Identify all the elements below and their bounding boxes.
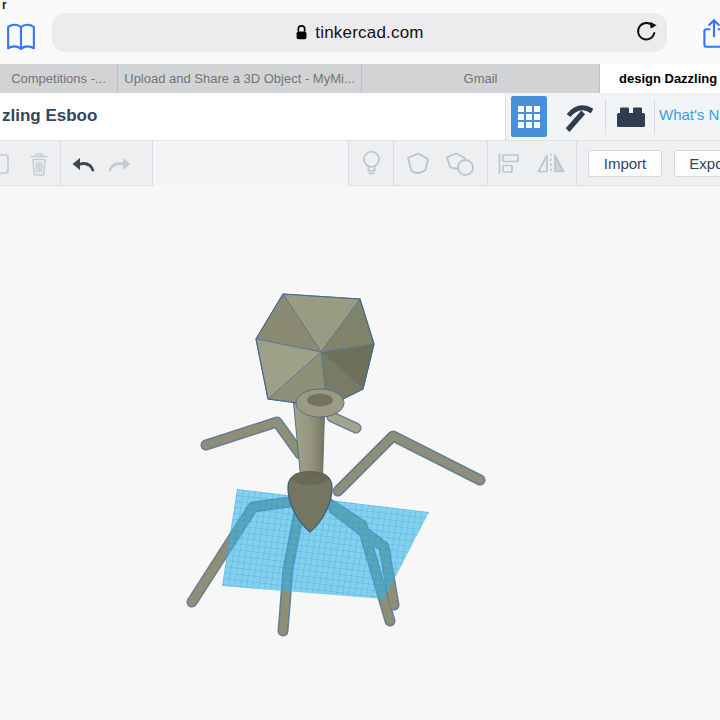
share-button[interactable] — [701, 18, 720, 50]
safari-toolbar: r tinkercad.com — [0, 0, 720, 64]
import-label: Import — [604, 155, 647, 172]
delete-button[interactable] — [26, 141, 52, 186]
bacteriophage-model — [0, 186, 720, 720]
tab-competitions[interactable]: Competitions -... — [0, 64, 118, 93]
lightbulb-icon — [361, 150, 382, 177]
bookmarks-icon — [6, 22, 36, 52]
copy-button[interactable] — [0, 141, 10, 186]
blocks-view-button[interactable] — [511, 96, 547, 137]
lock-icon — [295, 24, 308, 41]
share-icon — [701, 18, 720, 50]
ungroup-button[interactable] — [440, 141, 480, 186]
tinkercad-header: zling Esboo — [0, 93, 720, 141]
3d-viewport[interactable]: Snap Grid — [0, 186, 720, 720]
tab-label: Competitions -... — [11, 71, 106, 86]
undo-icon — [71, 154, 98, 174]
undo-button[interactable] — [69, 141, 99, 186]
toolbar-spacer — [153, 141, 348, 186]
redo-button[interactable] — [103, 141, 133, 186]
pickaxe-icon — [561, 100, 595, 134]
tab-design-active[interactable]: design Dazzling E — [600, 64, 720, 93]
grid-3x3-icon — [517, 105, 541, 129]
minecraft-export-button[interactable] — [556, 99, 600, 135]
ungroup-icon — [444, 151, 476, 177]
divider — [487, 141, 488, 186]
refresh-icon — [634, 21, 658, 45]
align-icon — [497, 152, 522, 175]
phage-collar — [296, 389, 344, 417]
divider — [576, 141, 577, 186]
trash-icon — [28, 151, 50, 177]
export-button[interactable]: Export — [674, 150, 720, 177]
tab-upload-share[interactable]: Upload and Share a 3D Object - MyMi... — [118, 64, 362, 93]
menubar-text-fragment: r — [2, 0, 7, 12]
tab-gmail[interactable]: Gmail — [362, 64, 600, 93]
tab-label: Gmail — [464, 71, 498, 86]
tab-bar: Competitions -... Upload and Share a 3D … — [0, 64, 720, 93]
redo-icon — [105, 154, 132, 174]
address-bar[interactable]: tinkercad.com — [52, 13, 667, 52]
divider — [654, 99, 655, 134]
mirror-button[interactable] — [532, 141, 570, 186]
design-name[interactable]: zling Esboo — [2, 106, 97, 126]
url-text: tinkercad.com — [315, 23, 423, 43]
align-button[interactable] — [493, 141, 525, 186]
divider — [348, 141, 349, 186]
brick-icon — [616, 106, 646, 128]
phage-upper-arms — [206, 417, 480, 491]
export-label: Export — [689, 155, 720, 172]
refresh-button[interactable] — [634, 21, 658, 45]
divider — [60, 141, 61, 186]
copy-icon — [0, 153, 10, 175]
mirror-icon — [536, 152, 566, 175]
bookmarks-button[interactable] — [6, 22, 40, 56]
group-icon — [404, 151, 432, 176]
header-controls: What's N — [505, 93, 720, 140]
tab-label: Upload and Share a 3D Object - MyMi... — [124, 71, 355, 86]
divider — [393, 141, 394, 186]
editor-toolbar: Import Export — [0, 141, 720, 186]
tab-label: design Dazzling E — [619, 71, 720, 86]
lego-export-button[interactable] — [610, 99, 652, 135]
whats-new-link[interactable]: What's N — [659, 106, 719, 123]
show-all-button[interactable] — [356, 141, 386, 186]
group-button[interactable] — [400, 141, 436, 186]
phage-baseplate-top — [292, 471, 328, 485]
divider — [605, 99, 606, 134]
import-button[interactable]: Import — [588, 150, 662, 177]
